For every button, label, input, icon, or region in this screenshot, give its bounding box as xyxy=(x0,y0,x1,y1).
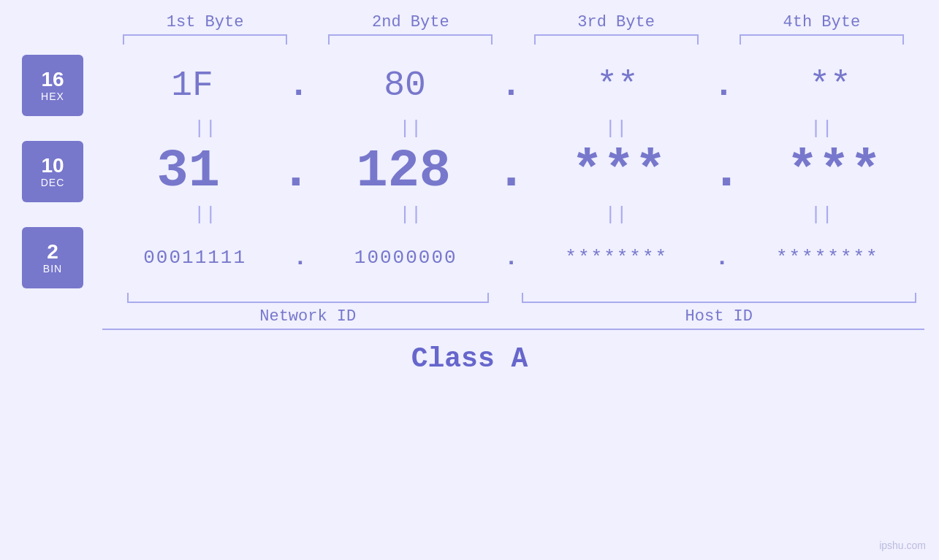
dec-b1-cell: 31 xyxy=(98,142,278,202)
hex-b1: 1F xyxy=(171,66,213,105)
hex-badge: 16 HEX xyxy=(22,55,83,116)
bin-badge-label: BIN xyxy=(43,263,62,275)
eq2-c3: || xyxy=(514,202,719,227)
bin-values: 00011111 . 10000000 . ******** . *******… xyxy=(98,245,924,272)
network-id-bracket: Network ID xyxy=(102,293,514,326)
bin-b4-cell: ******** xyxy=(731,247,924,269)
class-bracket-line xyxy=(102,329,924,330)
bin-b3-cell: ******** xyxy=(520,247,713,269)
eq1-c1: || xyxy=(102,116,308,141)
hex-b3-cell: ** xyxy=(523,66,712,105)
dec-dot3: . xyxy=(710,142,742,202)
bin-b2-cell: 10000000 xyxy=(309,247,503,269)
dec-row: 10 DEC 31 . 128 . *** . *** xyxy=(0,141,939,202)
bracket-cell-4 xyxy=(719,34,924,45)
eq1-c4: || xyxy=(719,116,924,141)
eq2-c4: || xyxy=(719,202,924,227)
dec-dot1: . xyxy=(280,142,311,202)
hex-b2: 80 xyxy=(384,66,426,105)
hex-badge-label: HEX xyxy=(41,91,64,102)
hex-b2-cell: 80 xyxy=(311,66,499,105)
dec-badge: 10 DEC xyxy=(22,141,83,202)
watermark: ipshu.com xyxy=(879,540,926,551)
bin-b3: ******** xyxy=(565,247,668,269)
main-container: 1st Byte 2nd Byte 3rd Byte 4th Byte 16 H… xyxy=(0,0,939,560)
equals-row-1: || || || || xyxy=(102,116,924,141)
dec-b3-cell: *** xyxy=(528,142,709,202)
host-id-bracket: Host ID xyxy=(514,293,925,326)
dec-values: 31 . 128 . *** . *** xyxy=(98,142,924,202)
bracket-cell-3 xyxy=(514,34,719,45)
hex-row: 16 HEX 1F . 80 . ** . ** xyxy=(0,55,939,116)
eq2-c2: || xyxy=(308,202,513,227)
class-label: Class A xyxy=(411,337,528,375)
bracket-line-4 xyxy=(740,34,904,45)
bin-badge-num: 2 xyxy=(47,241,58,264)
dec-dot2: . xyxy=(495,142,527,202)
network-id-bracket-line xyxy=(127,293,489,303)
host-id-label: Host ID xyxy=(685,307,753,326)
hex-dot2: . xyxy=(501,66,522,105)
dec-b4-cell: *** xyxy=(744,142,924,202)
bin-dot3: . xyxy=(715,245,729,272)
dec-b1: 31 xyxy=(156,142,219,202)
bin-dot2: . xyxy=(504,245,518,272)
class-row: Class A xyxy=(0,329,939,388)
dec-b3: *** xyxy=(571,142,666,202)
bin-b1: 00011111 xyxy=(143,247,246,269)
bracket-line-3 xyxy=(534,34,699,45)
bin-b4: ******** xyxy=(776,247,879,269)
bottom-bracket-row: Network ID Host ID xyxy=(102,293,924,326)
hex-b4: ** xyxy=(809,66,851,105)
byte-headers: 1st Byte 2nd Byte 3rd Byte 4th Byte xyxy=(102,0,924,31)
dec-b2-cell: 128 xyxy=(313,142,494,202)
bin-dot1: . xyxy=(293,245,307,272)
dec-badge-num: 10 xyxy=(41,155,64,177)
eq1-c2: || xyxy=(308,116,513,141)
hex-b3: ** xyxy=(596,66,639,105)
byte4-header: 4th Byte xyxy=(719,13,924,31)
bin-b1-cell: 00011111 xyxy=(98,247,292,269)
eq2-c1: || xyxy=(102,202,308,227)
hex-dot1: . xyxy=(288,66,309,105)
hex-badge-num: 16 xyxy=(41,69,64,91)
bin-badge: 2 BIN xyxy=(22,227,83,288)
network-id-label: Network ID xyxy=(259,307,356,326)
bracket-line-2 xyxy=(328,34,493,45)
hex-b1-cell: 1F xyxy=(98,66,286,105)
hex-dot3: . xyxy=(713,66,734,105)
dec-b4: *** xyxy=(787,142,882,202)
dec-b2: 128 xyxy=(356,142,451,202)
eq1-c3: || xyxy=(514,116,719,141)
bracket-cell-1 xyxy=(102,34,308,45)
hex-b4-cell: ** xyxy=(736,66,924,105)
byte2-header: 2nd Byte xyxy=(308,13,513,31)
bin-row: 2 BIN 00011111 . 10000000 . ******** . *… xyxy=(0,227,939,288)
host-id-bracket-line xyxy=(522,293,916,303)
top-bracket-row xyxy=(102,34,924,45)
hex-values: 1F . 80 . ** . ** xyxy=(98,66,924,105)
bracket-cell-2 xyxy=(308,34,513,45)
byte1-header: 1st Byte xyxy=(102,13,308,31)
bracket-line-1 xyxy=(123,34,287,45)
bin-b2: 10000000 xyxy=(354,247,457,269)
equals-row-2: || || || || xyxy=(102,202,924,227)
dec-badge-label: DEC xyxy=(41,177,65,188)
byte3-header: 3rd Byte xyxy=(514,13,719,31)
